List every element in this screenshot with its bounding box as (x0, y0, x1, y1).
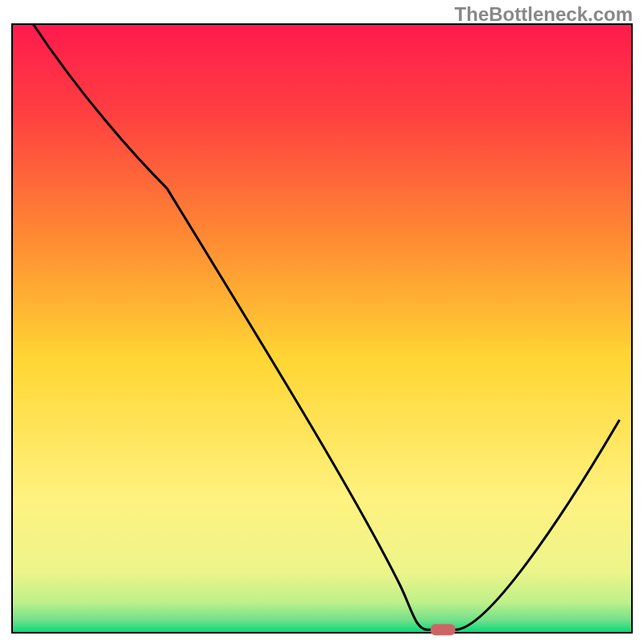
bottleneck-chart: TheBottleneck.com (0, 0, 644, 644)
optimum-marker (431, 624, 456, 635)
chart-svg (0, 0, 644, 644)
watermark-text: TheBottleneck.com (455, 3, 633, 26)
plot-background (12, 24, 632, 633)
